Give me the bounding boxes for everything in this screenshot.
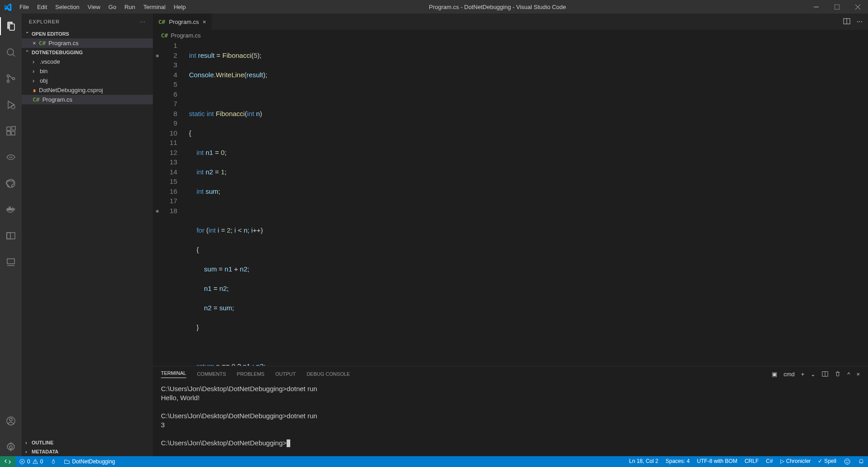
run-debug-icon[interactable] (0, 96, 22, 114)
gitlens-icon[interactable] (0, 148, 22, 166)
menu-view[interactable]: View (84, 2, 104, 12)
account-icon[interactable] (0, 412, 22, 430)
csharp-file-icon: C# (33, 96, 40, 103)
window-title: Program.cs - DotNetDebugging - Visual St… (189, 4, 806, 10)
project-header[interactable]: DOTNETDEBUGGING (22, 48, 153, 57)
menu-go[interactable]: Go (105, 2, 120, 12)
open-editor-item[interactable]: × C# Program.cs (22, 38, 153, 48)
new-terminal-icon[interactable]: + (801, 371, 805, 378)
menu-terminal[interactable]: Terminal (140, 2, 169, 12)
svg-rect-0 (814, 7, 819, 7)
svg-point-35 (844, 459, 850, 464)
tab-output[interactable]: OUTPUT (275, 371, 296, 377)
folder-bin[interactable]: bin (22, 66, 153, 76)
svg-rect-20 (7, 233, 15, 239)
menu-run[interactable]: Run (121, 2, 139, 12)
search-icon[interactable] (0, 43, 22, 61)
remote-icon[interactable] (0, 253, 22, 271)
editor-tab-program[interactable]: C# Program.cs × (153, 14, 212, 30)
status-eol[interactable]: CRLF (741, 458, 762, 464)
file-program[interactable]: C#Program.cs (22, 95, 153, 104)
close-icon[interactable]: × (33, 40, 36, 47)
code-content[interactable]: int result = Fibonacci(5); Console.Write… (177, 41, 868, 366)
folder-vscode[interactable]: .vscode (22, 57, 153, 66)
csharp-file-icon: C# (39, 40, 46, 47)
breadcrumb[interactable]: C# Program.cs (153, 30, 868, 41)
svg-point-6 (7, 75, 9, 77)
svg-point-25 (9, 418, 12, 421)
gutter: ●● (153, 41, 162, 366)
tab-problems[interactable]: PROBLEMS (237, 371, 264, 377)
title-bar: File Edit Selection View Go Run Terminal… (0, 0, 868, 14)
metadata-header[interactable]: METADATA (22, 447, 153, 456)
svg-point-4 (7, 49, 14, 55)
activity-bar (0, 14, 22, 456)
terminal-cursor (287, 439, 290, 447)
terminal-shell-icon[interactable]: ▣ (772, 371, 777, 378)
svg-point-8 (13, 78, 15, 80)
svg-rect-21 (7, 233, 10, 239)
svg-rect-11 (7, 127, 10, 131)
split-editor-icon[interactable] (843, 18, 850, 26)
csharp-file-icon: C# (158, 19, 165, 25)
explorer-icon[interactable] (0, 17, 22, 35)
svg-point-7 (7, 80, 9, 83)
extensions-icon[interactable] (0, 122, 22, 140)
settings-gear-icon[interactable] (0, 438, 22, 456)
status-project[interactable]: DotNetDebugging (60, 456, 118, 467)
status-flame-icon[interactable] (47, 456, 60, 467)
file-csproj[interactable]: ∎DotNetDebugging.csproj (22, 85, 153, 95)
github-icon[interactable] (0, 174, 22, 192)
tab-debug-console[interactable]: DEBUG CONSOLE (307, 371, 350, 377)
vscode-logo-icon (0, 3, 16, 11)
remote-indicator[interactable] (0, 456, 15, 467)
open-editors-header[interactable]: OPEN EDITORS (22, 29, 153, 38)
status-bell-icon[interactable] (854, 458, 868, 464)
trash-icon[interactable] (835, 371, 841, 377)
status-language[interactable]: C# (762, 458, 776, 464)
maximize-panel-icon[interactable]: ^ (847, 371, 850, 378)
explorer-more-icon[interactable]: ··· (140, 19, 146, 24)
status-spell[interactable]: ✓ Spell (814, 458, 840, 464)
outline-header[interactable]: OUTLINE (22, 438, 153, 447)
status-spaces[interactable]: Spaces: 4 (662, 458, 693, 464)
terminal-dropdown-icon[interactable]: ⌄ (811, 371, 816, 378)
tab-comments[interactable]: COMMENTS (197, 371, 226, 377)
explorer-title: EXPLORER (29, 19, 60, 24)
menu-file[interactable]: File (16, 2, 33, 12)
open-editor-name: Program.cs (48, 40, 78, 47)
editor-area: C# Program.cs × ··· C# Program.cs ●● 123… (153, 14, 868, 456)
csproj-file-icon: ∎ (33, 87, 36, 93)
svg-rect-14 (12, 126, 15, 130)
menu-bar: File Edit Selection View Go Run Terminal… (16, 2, 189, 12)
explorer-sidebar: EXPLORER ··· OPEN EDITORS × C# Program.c… (22, 14, 153, 456)
minimize-button[interactable] (806, 0, 826, 14)
terminal-shell-name[interactable]: cmd (783, 371, 795, 378)
menu-edit[interactable]: Edit (33, 2, 51, 12)
status-bar: 0 0 DotNetDebugging Ln 18, Col 2 Spaces:… (0, 456, 868, 467)
tab-terminal[interactable]: TERMINAL (161, 370, 186, 378)
menu-selection[interactable]: Selection (52, 2, 83, 12)
svg-line-5 (13, 54, 15, 56)
source-control-icon[interactable] (0, 70, 22, 88)
svg-point-36 (846, 461, 847, 461)
split-terminal-icon[interactable] (822, 371, 828, 377)
terminal-output[interactable]: C:\Users\Jon\Desktop\DotNetDebugging>dot… (153, 382, 868, 456)
project-icon[interactable] (0, 227, 22, 245)
status-chronicler[interactable]: ▷ Chronicler (777, 458, 815, 464)
tab-label: Program.cs (169, 19, 199, 25)
close-button[interactable] (847, 0, 868, 14)
close-tab-icon[interactable]: × (203, 19, 206, 25)
more-actions-icon[interactable]: ··· (857, 18, 863, 26)
status-encoding[interactable]: UTF-8 with BOM (693, 458, 741, 464)
menu-help[interactable]: Help (170, 2, 189, 12)
line-numbers: 123456789101112131415161718 (162, 41, 177, 366)
close-panel-icon[interactable]: × (856, 371, 860, 378)
maximize-button[interactable] (826, 0, 847, 14)
code-editor[interactable]: ●● 123456789101112131415161718 int resul… (153, 41, 868, 366)
docker-icon[interactable] (0, 201, 22, 219)
status-line-col[interactable]: Ln 18, Col 2 (626, 458, 662, 464)
folder-obj[interactable]: obj (22, 76, 153, 85)
status-feedback-icon[interactable] (840, 458, 854, 465)
errors-warnings[interactable]: 0 0 (15, 456, 47, 467)
